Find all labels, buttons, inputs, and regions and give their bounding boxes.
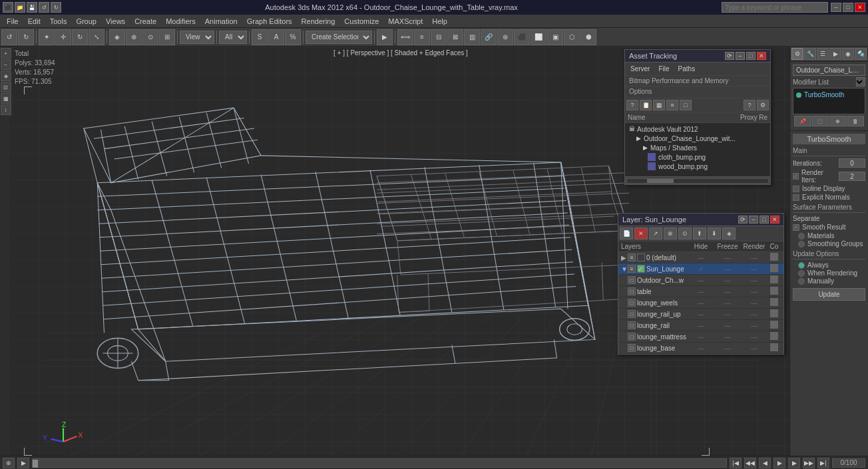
asset-scrollbar[interactable] bbox=[625, 176, 770, 184]
layer-tb-btn3[interactable]: ↗ bbox=[649, 228, 662, 239]
asset-scroll-thumb[interactable] bbox=[647, 179, 674, 183]
modifier-list-dropdown[interactable] bbox=[856, 77, 865, 86]
layer-row-lounge-mattress[interactable]: □ lounge_mattress — — — bbox=[618, 331, 783, 343]
redo-button[interactable]: ↻ bbox=[18, 29, 34, 45]
time-thumb[interactable] bbox=[33, 460, 38, 468]
scale-button[interactable]: ⤡ bbox=[89, 29, 105, 45]
menu-rendering[interactable]: Rendering bbox=[298, 16, 339, 27]
layer-tb-btn6[interactable]: ⬆ bbox=[693, 228, 706, 239]
bb-btn3[interactable]: |◀ bbox=[730, 458, 742, 468]
smooth-result-check[interactable] bbox=[793, 224, 799, 231]
asset-menu-server[interactable]: Server bbox=[626, 64, 654, 74]
search-input[interactable] bbox=[722, 2, 828, 13]
rp-utilities-icon[interactable]: 🔩 bbox=[855, 48, 867, 60]
layer-check0[interactable] bbox=[637, 253, 645, 261]
tb-btn6[interactable]: ⊕ bbox=[126, 29, 142, 45]
layer-row-lounge-rail[interactable]: □ lounge_rail — — — bbox=[618, 320, 783, 331]
menu-file[interactable]: File bbox=[3, 16, 23, 27]
manually-radio[interactable]: Manually bbox=[798, 277, 865, 285]
menu-tools[interactable]: Tools bbox=[46, 16, 71, 27]
ap-tb-btn4[interactable]: ≡ bbox=[666, 100, 678, 110]
bb-btn4[interactable]: ◀◀ bbox=[744, 458, 756, 468]
bb-btn2[interactable]: ▶ bbox=[17, 458, 29, 468]
asset-panel-close[interactable]: ✕ bbox=[757, 52, 766, 60]
ls-btn2[interactable]: − bbox=[1, 59, 11, 70]
layer-tb-btn7[interactable]: ⬇ bbox=[708, 228, 721, 239]
tb-btn16[interactable]: ▣ bbox=[547, 29, 563, 45]
layer-panel-close[interactable]: ✕ bbox=[770, 216, 779, 224]
materials-radio-btn[interactable] bbox=[798, 233, 805, 239]
render-iters-check[interactable] bbox=[793, 173, 799, 180]
smoothing-radio[interactable]: Smoothing Groups bbox=[798, 240, 865, 247]
mirror-button[interactable]: ⟺ bbox=[397, 29, 413, 45]
tree-item-maps[interactable]: ▶ Maps / Shaders bbox=[626, 143, 769, 152]
move-button[interactable]: ✛ bbox=[55, 29, 71, 45]
tb-btn13[interactable]: ⊛ bbox=[497, 29, 513, 45]
undo-icon[interactable]: ↺ bbox=[39, 2, 49, 13]
menu-animation[interactable]: Animation bbox=[201, 16, 242, 27]
tb-btn11[interactable]: ▥ bbox=[464, 29, 480, 45]
layer-row-lounge-base[interactable]: □ lounge_base — — — bbox=[618, 343, 783, 354]
layer-row-0-default[interactable]: ▶ ≡ 0 (default) — — — bbox=[618, 252, 783, 263]
tree-item-vault[interactable]: 🏛 Autodesk Vault 2012 bbox=[626, 124, 769, 134]
asset-options[interactable]: Options bbox=[625, 86, 770, 98]
always-radio-btn[interactable] bbox=[798, 262, 805, 269]
layer-panel-restore[interactable]: ⟳ bbox=[738, 216, 748, 224]
tb-btn15[interactable]: ⬜ bbox=[531, 29, 546, 45]
ap-tb-btn7[interactable]: ⚙ bbox=[757, 100, 769, 110]
bb-btn6[interactable]: ▶| bbox=[817, 458, 829, 468]
ap-tb-btn3[interactable]: ▦ bbox=[653, 100, 665, 110]
tb-btn7[interactable]: ⊙ bbox=[142, 29, 158, 45]
rp-create-icon[interactable]: ⚙ bbox=[791, 48, 803, 60]
asset-panel-restore[interactable]: ⟳ bbox=[725, 52, 734, 60]
when-rendering-radio-btn[interactable] bbox=[798, 270, 805, 277]
all-dropdown[interactable]: All bbox=[219, 31, 247, 44]
close-button[interactable]: ✕ bbox=[855, 3, 865, 12]
align-button[interactable]: ≡ bbox=[414, 29, 430, 45]
tree-item-file[interactable]: ▶ Outdoor_Chaise_Lounge_wit... bbox=[626, 134, 769, 143]
tb-btn8[interactable]: ⊞ bbox=[159, 29, 175, 45]
rotate-button[interactable]: ↻ bbox=[72, 29, 88, 45]
asset-scroll-track[interactable] bbox=[626, 178, 769, 184]
create-selection-dropdown[interactable]: Create Selection bbox=[306, 31, 372, 44]
render-iters-input[interactable] bbox=[839, 172, 865, 181]
select-button[interactable]: ✦ bbox=[39, 29, 55, 45]
menu-edit[interactable]: Edit bbox=[24, 16, 45, 27]
bb-btn1[interactable]: ⊕ bbox=[3, 458, 15, 468]
rp-hierarchy-icon[interactable]: ☰ bbox=[817, 48, 829, 60]
tb-btn5[interactable]: ◈ bbox=[109, 29, 125, 45]
tb-btn12[interactable]: 🔗 bbox=[481, 29, 497, 45]
layer-row-lounge-rail-up[interactable]: □ lounge_rail_up — — — bbox=[618, 309, 783, 320]
menu-create[interactable]: Create bbox=[130, 16, 160, 27]
menu-customize[interactable]: Customize bbox=[340, 16, 383, 27]
rp-display-icon[interactable]: ◉ bbox=[842, 48, 854, 60]
bb-btn5[interactable]: ▶▶ bbox=[803, 458, 815, 468]
bb-next[interactable]: ▶ bbox=[788, 458, 800, 468]
menu-maxscript[interactable]: MAXScript bbox=[384, 16, 427, 27]
rp-modify-icon[interactable]: 🔧 bbox=[804, 48, 816, 60]
layer-tb-btn8[interactable]: ◈ bbox=[722, 228, 736, 239]
app-icon[interactable]: ⬛ bbox=[3, 2, 13, 13]
menu-graph-editors[interactable]: Graph Editors bbox=[243, 16, 296, 27]
make-unique-button[interactable]: ⊕ bbox=[829, 116, 847, 126]
ls-btn3[interactable]: ◈ bbox=[1, 71, 11, 81]
ap-tb-btn6[interactable]: ? bbox=[744, 100, 756, 110]
ls-btn5[interactable]: ▦ bbox=[1, 93, 11, 104]
menu-views[interactable]: Views bbox=[102, 16, 129, 27]
asset-panel-max[interactable]: □ bbox=[746, 52, 756, 60]
tb-btn9[interactable]: ⊟ bbox=[431, 29, 447, 45]
layer-tb-delete[interactable]: ✕ bbox=[634, 228, 648, 239]
redo-icon[interactable]: ↻ bbox=[51, 2, 61, 13]
isoline-check[interactable] bbox=[793, 186, 799, 192]
menu-help[interactable]: Help bbox=[428, 16, 451, 27]
modifier-turbosm-item[interactable]: TurboSmooth bbox=[795, 90, 863, 100]
viewport[interactable]: Total Polys: 33,694 Verts: 16,957 FPS: 7… bbox=[12, 47, 789, 469]
ls-btn4[interactable]: ⊡ bbox=[1, 82, 11, 92]
app-icon2[interactable]: 📁 bbox=[15, 2, 25, 13]
asset-bitmap-perf[interactable]: Bitmap Performance and Memory bbox=[625, 76, 770, 86]
bb-prev[interactable]: ◀ bbox=[759, 458, 771, 468]
menu-group[interactable]: Group bbox=[72, 16, 101, 27]
ls-btn1[interactable]: + bbox=[1, 48, 11, 59]
layer-panel-min[interactable]: – bbox=[749, 216, 758, 224]
layer-tb-btn5[interactable]: ⊙ bbox=[678, 228, 692, 239]
